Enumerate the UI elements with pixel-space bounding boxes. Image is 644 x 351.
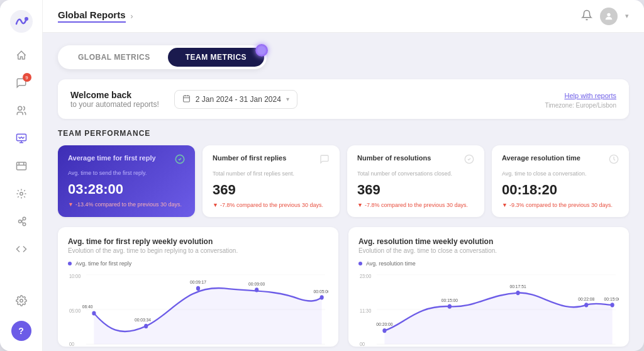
sidebar-item-chat[interactable]: 9: [9, 70, 34, 96]
legend-label-1: Avg. time for first reply: [75, 260, 131, 267]
metric-avg-first-reply: Average time for first reply Avg. time t…: [58, 145, 195, 217]
svg-text:00: 00: [360, 341, 365, 347]
resolution-chart-card: Avg. resolution time weekly evolution Ev…: [348, 227, 629, 347]
svg-point-23: [196, 286, 200, 291]
svg-text:00:15:00: 00:15:00: [604, 296, 619, 302]
avatar-chevron-icon[interactable]: ▾: [625, 12, 629, 20]
svg-point-41: [611, 303, 614, 307]
svg-point-38: [448, 304, 452, 309]
metric-value-1: 03:28:00: [68, 181, 185, 198]
svg-text:00:09:17: 00:09:17: [190, 279, 206, 286]
metric-header-2: Number of first replies: [213, 154, 330, 167]
tab-global-metrics[interactable]: GLOBAL METRICS: [60, 48, 168, 67]
header-actions: ▾: [581, 8, 629, 25]
timezone-label: Timezone: Europe/Lisbon: [545, 102, 616, 109]
metric-subtitle-2: Total number of first replies sent.: [213, 170, 330, 177]
sidebar-item-contacts[interactable]: [9, 98, 34, 123]
svg-text:06:40: 06:40: [82, 303, 93, 309]
svg-point-1: [25, 17, 28, 21]
sidebar-item-reports[interactable]: [9, 126, 34, 151]
metric-value-3: 369: [357, 182, 474, 198]
first-reply-chart-card: Avg. time for first reply weekly evoluti…: [58, 227, 338, 347]
main-content: Global Reports › ▾ GLOBAL METRICS TEAM M…: [43, 0, 644, 351]
metric-title-3: Number of resolutions: [357, 154, 431, 162]
svg-text:23:00: 23:00: [360, 273, 372, 279]
charts-row: Avg. time for first reply weekly evoluti…: [58, 227, 629, 347]
svg-point-39: [516, 291, 519, 295]
sidebar-item-code[interactable]: [9, 237, 34, 262]
svg-point-24: [255, 287, 258, 292]
metric-change-text-4: -9.3% compared to the previous 30 days.: [509, 202, 613, 208]
date-range-selector[interactable]: 2 Jan 2024 - 31 Jan 2024 ▾: [174, 90, 297, 109]
page-title: Global Reports: [58, 9, 126, 23]
notification-icon[interactable]: [581, 9, 592, 23]
svg-text:00:09:00: 00:09:00: [248, 281, 265, 287]
svg-point-37: [382, 328, 386, 333]
svg-text:00:17:51: 00:17:51: [510, 284, 526, 290]
chart-area-2: 23:00 11:30 00: [358, 272, 619, 347]
svg-text:00:05:00: 00:05:00: [314, 288, 328, 294]
logo[interactable]: [10, 10, 33, 33]
chart-area-1: 10:00 05:00 00: [68, 272, 328, 347]
date-dropdown-icon: ▾: [286, 96, 289, 103]
metric-header-4: Average resolution time: [502, 154, 619, 167]
welcome-heading: Welcome back: [70, 90, 159, 100]
svg-text:00:20:00: 00:20:00: [376, 321, 392, 328]
metric-icon-4: [609, 154, 619, 167]
svg-point-40: [584, 303, 588, 307]
chart-title-1: Avg. time for first reply weekly evoluti…: [68, 237, 328, 246]
svg-rect-4: [16, 162, 26, 170]
chart-subtitle-1: Evolution of the avg. time to begin repl…: [68, 247, 328, 254]
content-area: GLOBAL METRICS TEAM METRICS Welcome back…: [43, 33, 644, 351]
tab-team-metrics[interactable]: TEAM METRICS: [168, 48, 264, 67]
welcome-text: Welcome back to your automated reports!: [70, 90, 159, 109]
date-range-value: 2 Jan 2024 - 31 Jan 2024: [196, 95, 281, 104]
sidebar: 9 ?: [0, 0, 43, 351]
legend-dot-1: [68, 262, 72, 265]
svg-point-6: [18, 220, 21, 223]
metric-header-3: Number of resolutions: [357, 154, 474, 167]
chart-subtitle-2: Evolution of the avg. time to close a co…: [358, 247, 619, 254]
svg-text:10:00: 10:00: [69, 273, 81, 279]
metric-value-4: 00:18:20: [502, 182, 619, 198]
welcome-subheading: to your automated reports!: [70, 100, 159, 109]
metric-title-2: Number of first replies: [213, 154, 286, 162]
sidebar-item-settings[interactable]: [9, 288, 34, 313]
metric-num-resolutions: Number of resolutions Total number of co…: [347, 145, 484, 217]
down-arrow-icon-4: ▼: [502, 202, 508, 208]
team-performance-section: TEAM PERFORMANCE Average time for first …: [58, 129, 629, 347]
metrics-grid: Average time for first reply Avg. time t…: [58, 145, 629, 217]
user-avatar[interactable]: [600, 8, 618, 25]
metric-change-1: ▼ -13.4% compared to the previous 30 day…: [68, 201, 185, 208]
svg-point-22: [144, 324, 148, 328]
metric-header-1: Average time for first reply: [68, 154, 185, 166]
metric-icon-1: [175, 154, 185, 166]
sidebar-item-integrations[interactable]: [9, 209, 34, 234]
metric-num-first-replies: Number of first replies Total number of …: [203, 145, 340, 217]
metric-subtitle-1: Avg. time to send the first reply.: [68, 170, 185, 176]
svg-text:00:15:00: 00:15:00: [441, 298, 458, 304]
svg-point-5: [19, 192, 23, 196]
legend-label-2: Avg. resolution time: [366, 260, 416, 267]
sidebar-item-automations[interactable]: [9, 181, 34, 206]
metric-title-4: Average resolution time: [502, 154, 580, 162]
svg-text:00:03:34: 00:03:34: [135, 317, 151, 323]
help-button[interactable]: ?: [11, 321, 31, 341]
down-arrow-icon-1: ▼: [68, 201, 74, 208]
svg-text:11:30: 11:30: [360, 308, 372, 314]
svg-rect-11: [183, 96, 189, 102]
metric-icon-2: [319, 154, 330, 167]
down-arrow-icon-2: ▼: [213, 202, 218, 208]
help-reports-link[interactable]: Help with reports: [564, 92, 616, 99]
section-title: TEAM PERFORMANCE: [58, 129, 629, 138]
sidebar-item-home[interactable]: [9, 43, 34, 68]
svg-point-21: [92, 311, 96, 315]
sidebar-item-inbox[interactable]: [9, 153, 34, 179]
metric-change-text-3: -7.8% compared to the previous 30 days.: [365, 202, 468, 208]
calendar-icon: [182, 94, 191, 104]
metric-change-text-1: -13.4% compared to the previous 30 days.: [75, 201, 182, 208]
chart-legend-2: Avg. resolution time: [358, 260, 619, 267]
metric-value-2: 369: [213, 182, 330, 198]
welcome-card: Welcome back to your automated reports! …: [58, 79, 629, 119]
metric-icon-3: [464, 154, 474, 167]
